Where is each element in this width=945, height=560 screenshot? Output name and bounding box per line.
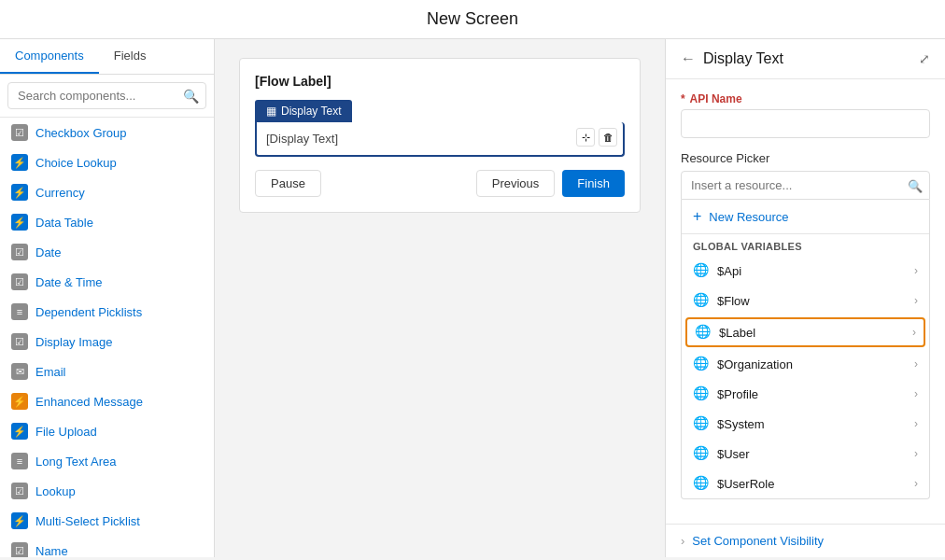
center-canvas: [Flow Label] ▦ Display Text [Display Tex…	[215, 39, 665, 557]
page-title: New Screen	[427, 9, 518, 28]
component-label-display-image: Display Image	[35, 335, 112, 349]
display-text-inner: [Display Text]	[266, 132, 338, 146]
move-button[interactable]: ⊹	[576, 128, 595, 147]
resource-item-label[interactable]: 🌐 $Label ›	[685, 317, 925, 347]
resource-dropdown: + New Resource Global Variables 🌐 $Api ›…	[681, 200, 930, 499]
component-item-multi-select-picklist[interactable]: ⚡ Multi-Select Picklist	[0, 506, 214, 536]
component-item-lookup[interactable]: ☑ Lookup	[0, 476, 214, 506]
resource-item-profile[interactable]: 🌐 $Profile ›	[682, 379, 929, 409]
component-item-date-time[interactable]: ☑ Date & Time	[0, 267, 214, 297]
file-upload-icon: ⚡	[11, 423, 28, 440]
chevron-right-userrole: ›	[914, 477, 918, 490]
resource-search-icon: 🔍	[908, 178, 923, 192]
globe-icon-api: 🌐	[693, 262, 710, 279]
component-item-date[interactable]: ☑ Date	[0, 237, 214, 267]
chevron-right-api: ›	[914, 264, 918, 277]
flow-actions: Pause Previous Finish	[255, 170, 625, 197]
resource-search: 🔍	[681, 171, 930, 200]
component-label-file-upload: File Upload	[35, 425, 97, 439]
component-item-name[interactable]: ☑ Name	[0, 536, 214, 557]
component-label-multi-select-picklist: Multi-Select Picklist	[35, 514, 140, 528]
component-label-date-time: Date & Time	[35, 275, 103, 289]
component-label-dependent-picklists: Dependent Picklists	[35, 305, 142, 319]
back-button[interactable]: ←	[681, 50, 696, 67]
component-label-long-text-area: Long Text Area	[35, 455, 117, 469]
display-text-tab-wrapper: ▦ Display Text	[255, 100, 352, 122]
left-panel: Components Fields 🔍 ☑ Checkbox Group ⚡ C…	[0, 39, 215, 557]
currency-icon: ⚡	[11, 184, 28, 201]
content-actions: ⊹ 🗑	[576, 128, 617, 147]
display-image-icon: ☑	[11, 333, 28, 350]
previous-button[interactable]: Previous	[476, 170, 556, 197]
name-icon: ☑	[11, 542, 28, 557]
delete-button[interactable]: 🗑	[599, 128, 617, 147]
nav-buttons: Previous Finish	[476, 170, 625, 197]
search-input[interactable]	[7, 82, 206, 109]
component-item-checkbox-group[interactable]: ☑ Checkbox Group	[0, 118, 214, 147]
expand-button[interactable]: ⤢	[919, 51, 930, 66]
display-text-content: [Display Text] ⊹ 🗑	[255, 122, 625, 157]
date-time-icon: ☑	[11, 273, 28, 290]
required-indicator: *	[681, 92, 685, 105]
resource-item-flow[interactable]: 🌐 $Flow ›	[682, 286, 929, 315]
right-header-left: ← Display Text	[681, 50, 783, 67]
chevron-right-profile: ›	[914, 387, 918, 400]
right-panel-header: ← Display Text ⤢	[666, 39, 945, 79]
component-item-long-text-area[interactable]: ≡ Long Text Area	[0, 446, 214, 476]
choice-lookup-icon: ⚡	[11, 154, 28, 171]
display-text-tab-icon: ▦	[266, 105, 276, 118]
globe-icon-flow: 🌐	[693, 292, 710, 309]
set-visibility-label: Set Component Visibility	[692, 534, 824, 548]
chevron-right-system: ›	[914, 417, 918, 430]
component-item-display-image[interactable]: ☑ Display Image	[0, 327, 214, 357]
component-item-currency[interactable]: ⚡ Currency	[0, 177, 214, 207]
component-item-enhanced-message[interactable]: ⚡ Enhanced Message	[0, 386, 214, 416]
data-table-icon: ⚡	[11, 214, 28, 231]
right-panel-title: Display Text	[703, 50, 783, 67]
search-icon: 🔍	[183, 89, 199, 104]
globe-icon-system: 🌐	[693, 415, 710, 432]
tab-bar: Components Fields	[0, 39, 214, 75]
resource-picker-label: Resource Picker	[681, 151, 930, 165]
component-item-choice-lookup[interactable]: ⚡ Choice Lookup	[0, 147, 214, 177]
set-visibility[interactable]: › Set Component Visibility	[666, 524, 945, 557]
page-header: New Screen	[0, 0, 945, 39]
component-label-data-table: Data Table	[35, 216, 93, 230]
resource-item-system[interactable]: 🌐 $System ›	[682, 409, 929, 439]
component-item-file-upload[interactable]: ⚡ File Upload	[0, 416, 214, 446]
enhanced-message-icon: ⚡	[11, 393, 28, 410]
new-resource-icon: +	[693, 208, 701, 225]
lookup-icon: ☑	[11, 483, 28, 499]
chevron-right-organization: ›	[914, 357, 918, 371]
globe-icon-organization: 🌐	[693, 356, 710, 372]
checkbox-group-icon: ☑	[11, 124, 28, 141]
component-item-email[interactable]: ✉ Email	[0, 357, 214, 386]
new-resource-item[interactable]: + New Resource	[682, 200, 929, 234]
finish-button[interactable]: Finish	[562, 170, 625, 197]
resource-search-input[interactable]	[681, 171, 930, 200]
right-panel: ← Display Text ⤢ * API Name Resource Pic…	[665, 39, 945, 557]
globe-icon-profile: 🌐	[693, 385, 710, 402]
component-item-dependent-picklists[interactable]: ≡ Dependent Picklists	[0, 297, 214, 327]
dependent-picklists-icon: ≡	[11, 303, 28, 320]
display-text-tab: ▦ Display Text	[255, 100, 352, 122]
resource-item-api[interactable]: 🌐 $Api ›	[682, 256, 929, 286]
pause-button[interactable]: Pause	[255, 170, 321, 197]
api-name-label: * API Name	[681, 92, 930, 105]
resource-item-organization[interactable]: 🌐 $Organization ›	[682, 349, 929, 379]
tab-fields[interactable]: Fields	[99, 39, 162, 74]
api-name-input[interactable]	[681, 109, 930, 138]
component-item-data-table[interactable]: ⚡ Data Table	[0, 207, 214, 237]
component-label-name: Name	[35, 544, 68, 558]
resource-item-user[interactable]: 🌐 $User ›	[682, 439, 929, 469]
flow-card: [Flow Label] ▦ Display Text [Display Tex…	[239, 58, 641, 213]
date-icon: ☑	[11, 244, 28, 260]
component-label-checkbox-group: Checkbox Group	[35, 126, 127, 140]
flow-label: [Flow Label]	[255, 74, 625, 89]
component-label-choice-lookup: Choice Lookup	[35, 156, 117, 170]
tab-components[interactable]: Components	[0, 39, 99, 74]
email-icon: ✉	[11, 363, 28, 380]
resource-item-userrole[interactable]: 🌐 $UserRole ›	[682, 469, 929, 498]
component-list: ☑ Checkbox Group ⚡ Choice Lookup ⚡ Curre…	[0, 118, 214, 557]
component-label-currency: Currency	[35, 186, 85, 200]
